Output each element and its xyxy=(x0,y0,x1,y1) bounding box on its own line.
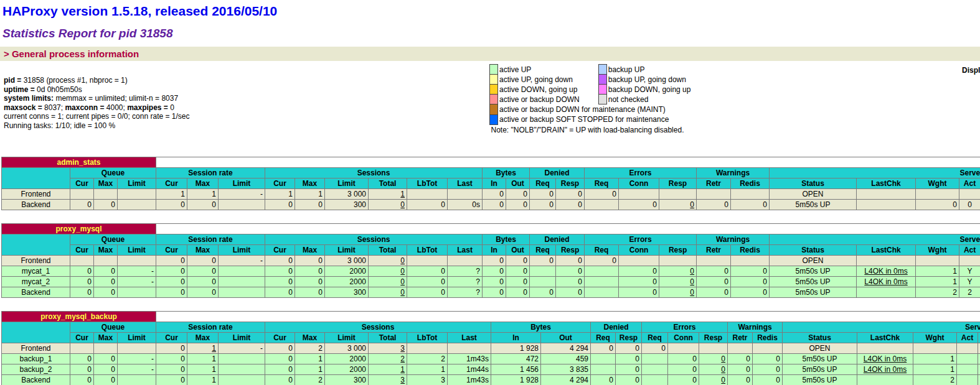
cell xyxy=(619,256,659,266)
cell: 0 xyxy=(668,364,699,375)
cell xyxy=(857,200,916,210)
proxy-name-link[interactable]: proxy_mysql_backup xyxy=(2,312,156,322)
cell: 0 xyxy=(506,287,530,298)
cell: 0 xyxy=(156,287,187,298)
legend-swatch-active-up xyxy=(490,65,498,75)
col-cur: Cur xyxy=(265,179,295,189)
table-row-mycat-2: mycat_200-0000200000?00000005m50s UPL4OK… xyxy=(2,277,980,287)
process-info-line: pid = 31858 (process #1, nbproc = 1) xyxy=(4,76,190,85)
col-limit: Limit xyxy=(118,333,156,343)
col-cur: Cur xyxy=(70,179,94,189)
cell: 0 xyxy=(753,364,783,375)
cell xyxy=(659,256,697,266)
cell: - xyxy=(118,364,156,375)
cell: 2 xyxy=(959,287,980,298)
cell: 0 xyxy=(265,266,295,277)
cell: 472 xyxy=(491,354,541,364)
cell: 5m50s UP xyxy=(783,364,857,375)
cell xyxy=(957,343,978,354)
legend-swatch-not-checked xyxy=(598,95,606,104)
col-lastchk: LastChk xyxy=(857,179,916,189)
cell: 1 xyxy=(407,364,448,375)
col-in: In xyxy=(491,333,541,343)
col-out: Out xyxy=(506,179,530,189)
cell: 0 xyxy=(265,287,295,298)
col-req: Req xyxy=(585,245,619,256)
cell: 0 xyxy=(156,354,187,364)
col-out: Out xyxy=(506,245,530,256)
section-header-general-process-information: > General process information xyxy=(0,47,980,61)
cell: 0 xyxy=(156,364,187,375)
cell xyxy=(219,266,265,277)
cell: 0 xyxy=(369,287,407,298)
col-group-server: Server xyxy=(783,322,980,333)
cell: 0 xyxy=(156,256,187,266)
cell: 0 xyxy=(699,375,728,385)
cell: 0 xyxy=(483,256,506,266)
cell: 3 835 xyxy=(541,364,591,375)
cell: 1 xyxy=(187,189,219,200)
proxy-name-link[interactable]: admin_stats xyxy=(2,157,156,168)
col-cur: Cur xyxy=(265,245,295,256)
table-row-backup-2: backup_200-01012000111m44s1 4563 8350000… xyxy=(2,364,980,375)
col-cur: Cur xyxy=(265,333,295,343)
cell xyxy=(591,364,616,375)
col-req: Req xyxy=(642,333,668,343)
legend-label: active or backup SOFT STOPPED for mainte… xyxy=(498,114,692,124)
cell: 1 xyxy=(156,189,187,200)
col-resp: Resp xyxy=(556,245,585,256)
cell: 1 xyxy=(265,189,295,200)
cell: - xyxy=(118,277,156,287)
cell: 0 xyxy=(94,364,118,375)
col-in: In xyxy=(483,179,506,189)
cell: 0 xyxy=(265,343,295,354)
cell: 0 xyxy=(94,266,118,277)
cell: 0 xyxy=(265,375,295,385)
cell xyxy=(407,256,448,266)
cell: 2000 xyxy=(325,277,369,287)
col-cur: Cur xyxy=(156,179,187,189)
cell: 0 xyxy=(619,287,659,298)
cell xyxy=(219,364,265,375)
col-wght: Wght xyxy=(916,179,959,189)
cell: 0 xyxy=(483,287,506,298)
process-info: pid = 31858 (process #1, nbproc = 1)upti… xyxy=(4,76,190,130)
row-name: Backend xyxy=(2,375,70,385)
cell: 1 928 xyxy=(491,375,541,385)
process-info-line: uptime = 0d 0h05m50s xyxy=(4,85,190,95)
proxy-name-link[interactable]: proxy_mysql xyxy=(2,224,156,234)
haproxy-version-link[interactable]: HAProxy version 1.5.18, released 2016/05… xyxy=(2,4,277,18)
cell xyxy=(118,200,156,210)
cell: 0 xyxy=(407,277,448,287)
cell xyxy=(118,256,156,266)
cell: 2000 xyxy=(325,364,369,375)
row-name: Backend xyxy=(2,287,70,298)
cell: 0 xyxy=(156,277,187,287)
col-status: Status xyxy=(770,179,857,189)
cell: 0 xyxy=(70,375,94,385)
cell: 0 xyxy=(156,343,187,354)
cell: 0 xyxy=(659,287,697,298)
cell xyxy=(642,375,668,385)
col-group-bytes: Bytes xyxy=(483,234,530,245)
col-max: Max xyxy=(295,179,325,189)
col-redis: Redis xyxy=(753,333,783,343)
cell: 0 xyxy=(731,277,770,287)
cell xyxy=(70,189,94,200)
cell xyxy=(585,277,619,287)
cell: 0 xyxy=(156,266,187,277)
col-max: Max xyxy=(295,333,325,343)
cell: 0 xyxy=(265,200,295,210)
cell: 0 xyxy=(94,277,118,287)
col-limit: Limit xyxy=(118,245,156,256)
cell xyxy=(94,256,118,266)
proxy-table-admin-stats: admin_statsQueueSession rateSessionsByte… xyxy=(1,157,980,210)
row-name: Frontend xyxy=(2,189,70,200)
cell xyxy=(731,189,770,200)
legend-label: active or backup DOWN for maintenance (M… xyxy=(498,104,692,115)
cell: 0 xyxy=(556,287,585,298)
col-limit: Limit xyxy=(325,245,369,256)
col-status: Status xyxy=(783,333,857,343)
table-row-frontend: Frontend01-023 00031 9284 294000OPEN xyxy=(2,343,980,354)
table-row-frontend: Frontend11-113 000100000OPEN xyxy=(2,189,980,200)
